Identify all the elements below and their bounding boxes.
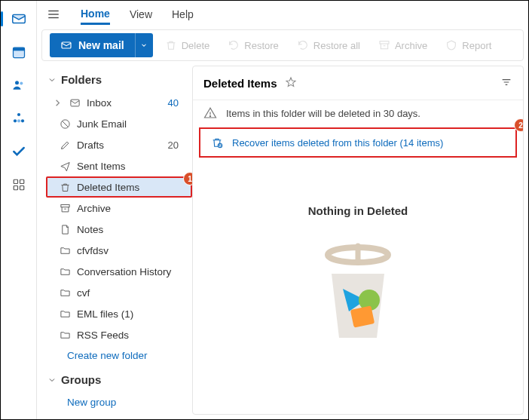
folder-inbox[interactable]: Inbox 40 xyxy=(46,92,192,113)
folder-deleted[interactable]: Deleted Items 1 xyxy=(46,176,192,198)
app-rail xyxy=(1,1,37,419)
folder-drafts[interactable]: Drafts 20 xyxy=(46,134,192,155)
callout-2: 2 xyxy=(514,118,524,132)
svg-point-5 xyxy=(17,113,20,116)
new-mail-dropdown[interactable] xyxy=(135,33,153,57)
groups-header[interactable]: Groups xyxy=(46,370,192,392)
inbox-count: 40 xyxy=(168,97,186,109)
svg-rect-12 xyxy=(20,186,23,190)
restore-button[interactable]: Restore xyxy=(222,33,285,57)
retention-warning: Items in this folder will be deleted in … xyxy=(193,100,523,126)
folder-eml-files[interactable]: EML files (1) xyxy=(46,303,192,324)
filter-icon[interactable] xyxy=(500,76,512,90)
folders-header[interactable]: Folders xyxy=(46,70,192,92)
folder-rss[interactable]: RSS Feeds xyxy=(46,324,192,345)
folder-notes[interactable]: Notes xyxy=(46,219,192,240)
content-pane: Deleted Items Items in this folder will … xyxy=(192,66,524,415)
drafts-count: 20 xyxy=(168,139,186,151)
hamburger-icon[interactable] xyxy=(46,7,61,22)
toolbar: New mail Delete Restore Restore all Arch… xyxy=(41,29,524,61)
tab-view[interactable]: View xyxy=(130,5,152,23)
folder-junk[interactable]: Junk Email xyxy=(46,113,192,134)
tab-help[interactable]: Help xyxy=(172,5,194,23)
folder-conversation-history[interactable]: Conversation History xyxy=(46,261,192,282)
svg-point-7 xyxy=(20,119,23,122)
new-mail-button[interactable]: New mail xyxy=(50,33,135,57)
svg-point-6 xyxy=(13,119,16,122)
empty-title: Nothing in Deleted xyxy=(308,204,408,217)
empty-illustration xyxy=(305,232,411,345)
recover-items-link[interactable]: Recover items deleted from this folder (… xyxy=(199,127,517,158)
mail-rail-icon[interactable] xyxy=(10,10,28,28)
svg-rect-18 xyxy=(71,100,79,106)
org-rail-icon[interactable] xyxy=(10,109,28,127)
warning-text: Items in this folder will be deleted in … xyxy=(226,108,420,119)
new-group-link[interactable]: New group xyxy=(46,392,192,412)
todo-rail-icon[interactable] xyxy=(10,143,28,161)
svg-point-8 xyxy=(17,119,20,122)
star-icon[interactable] xyxy=(285,76,297,90)
tab-home[interactable]: Home xyxy=(81,5,110,25)
top-tabs: Home View Help xyxy=(37,1,528,28)
warning-icon xyxy=(203,106,217,120)
apps-rail-icon[interactable] xyxy=(10,176,28,194)
folder-sidebar: Folders Inbox 40 Junk Email Drafts 20 Se… xyxy=(37,66,192,419)
folder-sent[interactable]: Sent Items xyxy=(46,155,192,176)
calendar-rail-icon[interactable] xyxy=(10,43,28,61)
svg-rect-10 xyxy=(20,179,23,183)
folder-cfvfdsv[interactable]: cfvfdsv xyxy=(46,240,192,261)
svg-point-25 xyxy=(209,116,210,117)
svg-point-4 xyxy=(20,82,23,85)
svg-point-3 xyxy=(15,81,19,84)
callout-1: 1 xyxy=(183,172,192,185)
svg-rect-17 xyxy=(380,41,389,44)
empty-state: Nothing in Deleted xyxy=(193,159,523,414)
svg-rect-11 xyxy=(14,186,17,190)
restore-all-button[interactable]: Restore all xyxy=(291,33,366,57)
report-button[interactable]: Report xyxy=(439,33,497,57)
svg-rect-2 xyxy=(13,48,24,51)
archive-button[interactable]: Archive xyxy=(372,33,433,57)
delete-button[interactable]: Delete xyxy=(159,33,216,57)
create-new-folder-link[interactable]: Create new folder xyxy=(46,345,192,366)
folder-cvf[interactable]: cvf xyxy=(46,282,192,303)
content-title: Deleted Items xyxy=(203,77,277,90)
new-mail-label: New mail xyxy=(78,39,124,51)
svg-rect-9 xyxy=(14,179,17,183)
recover-icon xyxy=(211,136,223,149)
people-rail-icon[interactable] xyxy=(10,76,28,94)
svg-rect-20 xyxy=(61,204,69,207)
folder-archive[interactable]: Archive xyxy=(46,198,192,219)
